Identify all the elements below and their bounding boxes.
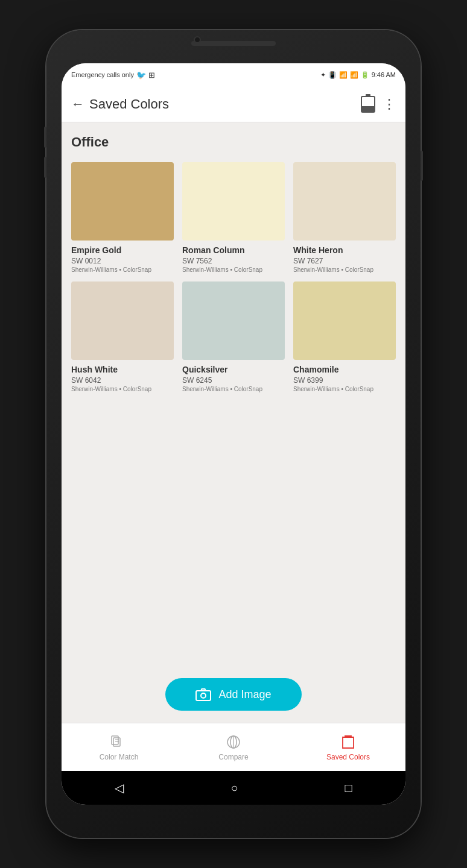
nav-item-color-match[interactable]: Color Match xyxy=(95,734,143,761)
saved-colors-nav-label: Saved Colors xyxy=(326,753,370,761)
color-source-white-heron: Sherwin-Williams • ColorSnap xyxy=(293,266,396,273)
screen: Emergency calls only 🐦 ⊞ ✦ 📳 📶 📶 🔋 9:46 … xyxy=(62,63,405,805)
color-swatch-hush-white xyxy=(71,281,174,360)
color-name-roman-column: Roman Column xyxy=(182,245,285,256)
color-match-nav-label: Color Match xyxy=(100,753,139,761)
color-card-chamomile[interactable]: Chamomile SW 6399 Sherwin-Williams • Col… xyxy=(293,281,396,392)
color-source-hush-white: Sherwin-Williams • ColorSnap xyxy=(71,386,174,392)
status-right: ✦ 📳 📶 📶 🔋 9:46 AM xyxy=(320,71,396,79)
status-bar: Emergency calls only 🐦 ⊞ ✦ 📳 📶 📶 🔋 9:46 … xyxy=(62,63,405,86)
android-recent-button[interactable]: □ xyxy=(332,776,364,800)
bottom-nav: Color Match Compare Saved Colors xyxy=(62,723,405,771)
add-image-button[interactable]: Add Image xyxy=(165,678,301,711)
color-match-nav-icon xyxy=(110,734,127,750)
color-code-roman-column: SW 7562 xyxy=(182,257,285,265)
android-nav: ◁ ○ □ xyxy=(62,771,405,805)
battery-status-icon: 🔋 xyxy=(361,71,369,79)
color-card-hush-white[interactable]: Hush White SW 6042 Sherwin-Williams • Co… xyxy=(71,281,174,392)
color-name-hush-white: Hush White xyxy=(71,365,174,375)
twitter-icon: 🐦 xyxy=(136,71,146,80)
android-back-button[interactable]: ◁ xyxy=(103,776,136,800)
emergency-calls-text: Emergency calls only xyxy=(71,71,134,78)
color-code-white-heron: SW 7627 xyxy=(293,257,396,265)
volume-up-button[interactable] xyxy=(44,127,46,148)
sim-icon: 📶 xyxy=(350,71,358,79)
page-title: Saved Colors xyxy=(89,96,361,112)
color-swatch-roman-column xyxy=(182,162,285,241)
svg-rect-3 xyxy=(113,738,120,746)
nav-item-compare[interactable]: Compare xyxy=(209,734,258,761)
compare-nav-icon xyxy=(225,734,242,750)
back-button[interactable]: ← xyxy=(71,96,84,112)
color-name-quicksilver: Quicksilver xyxy=(182,365,285,375)
color-name-white-heron: White Heron xyxy=(293,245,396,256)
color-source-empire-gold: Sherwin-Williams • ColorSnap xyxy=(71,266,174,273)
bluetooth-icon: ✦ xyxy=(320,71,326,79)
color-code-quicksilver: SW 6245 xyxy=(182,376,285,385)
top-bar: ← Saved Colors ⋮ xyxy=(62,86,405,122)
color-swatch-empire-gold xyxy=(71,162,174,241)
top-icons: ⋮ xyxy=(361,96,396,113)
color-name-empire-gold: Empire Gold xyxy=(71,245,174,256)
camera-icon xyxy=(195,688,211,701)
battery-icon xyxy=(361,96,375,113)
section-title: Office xyxy=(71,134,396,150)
add-image-container: Add Image xyxy=(62,672,405,723)
color-swatch-white-heron xyxy=(293,162,396,241)
svg-rect-0 xyxy=(196,691,211,700)
add-image-label: Add Image xyxy=(218,688,271,701)
color-card-roman-column[interactable]: Roman Column SW 7562 Sherwin-Williams • … xyxy=(182,162,285,273)
settings-icon: ⊞ xyxy=(148,71,155,80)
camera-dot xyxy=(194,36,201,43)
status-left: Emergency calls only 🐦 ⊞ xyxy=(71,71,155,80)
color-code-empire-gold: SW 0012 xyxy=(71,257,174,265)
svg-rect-2 xyxy=(112,736,118,744)
time-display: 9:46 AM xyxy=(372,71,396,78)
color-code-chamomile: SW 6399 xyxy=(293,376,396,385)
saved-colors-nav-icon xyxy=(340,734,357,750)
color-grid: Empire Gold SW 0012 Sherwin-Williams • C… xyxy=(71,162,396,392)
color-card-empire-gold[interactable]: Empire Gold SW 0012 Sherwin-Williams • C… xyxy=(71,162,174,273)
power-button[interactable] xyxy=(421,151,423,181)
color-card-white-heron[interactable]: White Heron SW 7627 Sherwin-Williams • C… xyxy=(293,162,396,273)
color-source-chamomile: Sherwin-Williams • ColorSnap xyxy=(293,386,396,392)
more-options-icon[interactable]: ⋮ xyxy=(383,96,396,112)
svg-point-1 xyxy=(201,693,206,698)
color-card-quicksilver[interactable]: Quicksilver SW 6245 Sherwin-Williams • C… xyxy=(182,281,285,392)
android-home-button[interactable]: ○ xyxy=(218,776,250,800)
color-swatch-chamomile xyxy=(293,281,396,360)
color-code-hush-white: SW 6042 xyxy=(71,376,174,385)
back-arrow-icon: ← xyxy=(71,96,84,112)
nav-item-saved-colors[interactable]: Saved Colors xyxy=(324,734,372,761)
color-name-chamomile: Chamomile xyxy=(293,365,396,375)
content-area: Office Empire Gold SW 0012 Sherwin-Willi… xyxy=(62,122,405,672)
compare-nav-label: Compare xyxy=(218,753,248,761)
phone-frame: Emergency calls only 🐦 ⊞ ✦ 📳 📶 📶 🔋 9:46 … xyxy=(46,30,421,838)
vibrate-icon: 📳 xyxy=(328,71,337,79)
color-source-quicksilver: Sherwin-Williams • ColorSnap xyxy=(182,386,285,392)
battery-fill xyxy=(362,106,374,111)
color-swatch-quicksilver xyxy=(182,281,285,360)
volume-down-button[interactable] xyxy=(44,157,46,178)
color-source-roman-column: Sherwin-Williams • ColorSnap xyxy=(182,266,285,273)
wifi-icon: 📶 xyxy=(339,71,348,79)
